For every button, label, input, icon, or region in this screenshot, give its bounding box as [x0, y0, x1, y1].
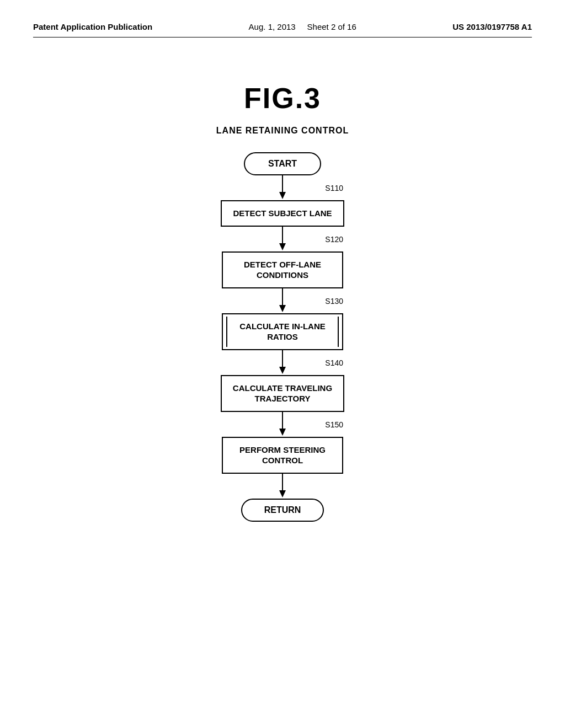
figure-area: FIG.3 LANE RETAINING CONTROL START S110 …	[33, 82, 532, 522]
arrow-svg-1	[277, 175, 288, 200]
node-s150: PERFORM STEERINGCONTROL	[222, 437, 343, 474]
header-patent-number: US 2013/0197758 A1	[452, 22, 532, 31]
node-s120: DETECT OFF-LANECONDITIONS	[222, 251, 343, 288]
node-return: RETURN	[241, 499, 324, 522]
svg-marker-3	[279, 243, 286, 250]
arrow-1: S110	[189, 175, 376, 200]
arrow-svg-2	[277, 227, 288, 251]
arrow-2: S120	[189, 227, 376, 251]
step-label-110: S110	[325, 184, 343, 197]
header: Patent Application Publication Aug. 1, 2…	[33, 22, 532, 38]
arrow-5: S150	[189, 412, 376, 437]
arrow-svg-5	[277, 412, 288, 437]
svg-marker-11	[279, 490, 286, 497]
header-sheet: Sheet 2 of 16	[307, 22, 356, 31]
svg-marker-7	[279, 367, 286, 374]
node-s110: DETECT SUBJECT LANE	[221, 200, 344, 227]
arrow-3: S130	[189, 288, 376, 313]
arrow-svg-3	[277, 288, 288, 313]
step-label-120: S120	[325, 235, 343, 249]
svg-marker-9	[279, 429, 286, 436]
svg-marker-5	[279, 305, 286, 312]
figure-title: FIG.3	[244, 82, 321, 115]
arrow-4: S140	[189, 350, 376, 375]
arrow-6	[189, 474, 376, 499]
figure-subtitle: LANE RETAINING CONTROL	[216, 126, 349, 136]
step-label-140: S140	[325, 358, 343, 372]
node-start: START	[244, 152, 321, 175]
flowchart: START S110 DETECT SUBJECT LANE S120	[189, 152, 376, 522]
header-date-sheet: Aug. 1, 2013 Sheet 2 of 16	[249, 22, 356, 31]
header-publication: Patent Application Publication	[33, 22, 152, 31]
svg-marker-1	[279, 192, 286, 199]
node-s140: CALCULATE TRAVELINGTRAJECTORY	[221, 375, 344, 412]
node-s130: CALCULATE IN-LANERATIOS	[222, 313, 343, 350]
page: Patent Application Publication Aug. 1, 2…	[0, 0, 565, 728]
header-date: Aug. 1, 2013	[249, 22, 296, 31]
step-label-130: S130	[325, 297, 343, 311]
step-label-150: S150	[325, 420, 343, 434]
arrow-svg-4	[277, 350, 288, 375]
arrow-svg-6	[277, 474, 288, 499]
